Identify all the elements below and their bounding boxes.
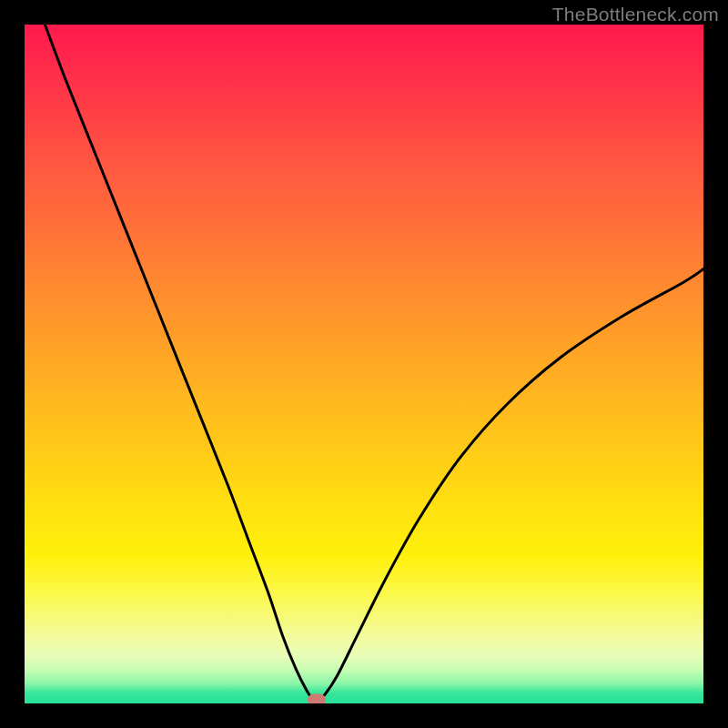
plot-area: [25, 25, 703, 703]
chart-frame: TheBottleneck.com: [0, 0, 728, 728]
bottleneck-curve: [25, 25, 703, 703]
optimum-marker: [308, 694, 326, 703]
watermark-text: TheBottleneck.com: [552, 4, 719, 25]
